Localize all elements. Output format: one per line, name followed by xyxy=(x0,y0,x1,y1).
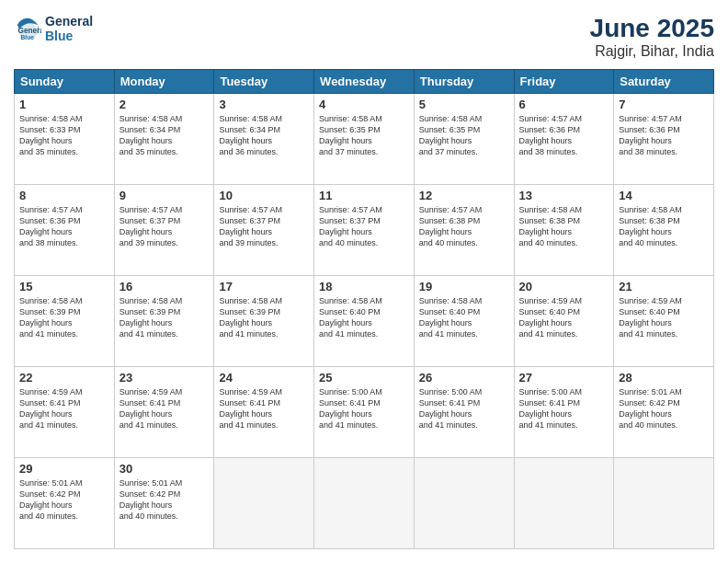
calendar-cell: 9 Sunrise: 4:57 AM Sunset: 6:37 PM Dayli… xyxy=(114,185,214,276)
day-number: 7 xyxy=(619,98,709,111)
calendar-cell: 25 Sunrise: 5:00 AM Sunset: 6:41 PM Dayl… xyxy=(314,367,415,458)
calendar-cell: 30 Sunrise: 5:01 AM Sunset: 6:42 PM Dayl… xyxy=(114,458,214,549)
calendar-cell: 7 Sunrise: 4:57 AM Sunset: 6:36 PM Dayli… xyxy=(614,94,714,185)
day-number: 6 xyxy=(519,98,609,111)
calendar-cell: 20 Sunrise: 4:59 AM Sunset: 6:40 PM Dayl… xyxy=(514,276,614,367)
cell-info: Sunrise: 4:57 AM Sunset: 6:37 PM Dayligh… xyxy=(319,204,409,249)
calendar-cell: 16 Sunrise: 4:58 AM Sunset: 6:39 PM Dayl… xyxy=(114,276,214,367)
day-number: 19 xyxy=(419,280,509,293)
cell-info: Sunrise: 5:01 AM Sunset: 6:42 PM Dayligh… xyxy=(619,386,709,431)
calendar-week-row: 1 Sunrise: 4:58 AM Sunset: 6:33 PM Dayli… xyxy=(15,94,714,185)
day-number: 10 xyxy=(219,189,309,202)
day-number: 9 xyxy=(119,189,210,202)
title-block: June 2025 Rajgir, Bihar, India xyxy=(590,14,714,60)
day-number: 13 xyxy=(519,189,609,202)
cell-info: Sunrise: 5:01 AM Sunset: 6:42 PM Dayligh… xyxy=(119,477,210,523)
calendar-cell: 22 Sunrise: 4:59 AM Sunset: 6:41 PM Dayl… xyxy=(15,367,115,458)
calendar-cell: 2 Sunrise: 4:58 AM Sunset: 6:34 PM Dayli… xyxy=(114,94,214,185)
cell-info: Sunrise: 4:58 AM Sunset: 6:35 PM Dayligh… xyxy=(319,113,409,158)
calendar-cell: 13 Sunrise: 4:58 AM Sunset: 6:38 PM Dayl… xyxy=(514,185,614,276)
day-number: 5 xyxy=(419,98,509,111)
calendar-cell xyxy=(414,458,514,549)
day-number: 1 xyxy=(19,98,109,111)
day-number: 14 xyxy=(619,189,709,202)
calendar-cell: 15 Sunrise: 4:58 AM Sunset: 6:39 PM Dayl… xyxy=(15,276,115,367)
calendar-cell: 27 Sunrise: 5:00 AM Sunset: 6:41 PM Dayl… xyxy=(514,367,614,458)
cell-info: Sunrise: 4:58 AM Sunset: 6:34 PM Dayligh… xyxy=(219,113,309,158)
calendar-cell: 24 Sunrise: 4:59 AM Sunset: 6:41 PM Dayl… xyxy=(214,367,314,458)
cell-info: Sunrise: 4:58 AM Sunset: 6:39 PM Dayligh… xyxy=(219,295,309,340)
cell-info: Sunrise: 4:57 AM Sunset: 6:36 PM Dayligh… xyxy=(619,113,709,158)
calendar-week-row: 22 Sunrise: 4:59 AM Sunset: 6:41 PM Dayl… xyxy=(15,367,714,458)
cell-info: Sunrise: 5:00 AM Sunset: 6:41 PM Dayligh… xyxy=(419,386,509,431)
calendar-cell: 18 Sunrise: 4:58 AM Sunset: 6:40 PM Dayl… xyxy=(314,276,415,367)
calendar-cell: 5 Sunrise: 4:58 AM Sunset: 6:35 PM Dayli… xyxy=(414,94,514,185)
day-number: 18 xyxy=(319,280,409,293)
cell-info: Sunrise: 4:58 AM Sunset: 6:40 PM Dayligh… xyxy=(419,295,509,340)
calendar-cell xyxy=(214,458,314,549)
calendar-cell: 1 Sunrise: 4:58 AM Sunset: 6:33 PM Dayli… xyxy=(15,94,115,185)
day-number: 20 xyxy=(519,280,609,293)
logo-blue: Blue xyxy=(45,29,93,43)
calendar-cell: 17 Sunrise: 4:58 AM Sunset: 6:39 PM Dayl… xyxy=(214,276,314,367)
day-number: 21 xyxy=(619,280,709,293)
day-number: 23 xyxy=(119,371,210,385)
cell-info: Sunrise: 4:57 AM Sunset: 6:37 PM Dayligh… xyxy=(219,204,309,249)
header-friday: Friday xyxy=(514,70,614,94)
cell-info: Sunrise: 4:58 AM Sunset: 6:33 PM Dayligh… xyxy=(19,113,109,158)
header-monday: Monday xyxy=(114,70,214,94)
cell-info: Sunrise: 4:59 AM Sunset: 6:41 PM Dayligh… xyxy=(119,386,210,431)
day-number: 26 xyxy=(419,371,509,385)
logo-general: General xyxy=(45,14,93,29)
day-number: 16 xyxy=(119,280,210,293)
calendar-cell: 14 Sunrise: 4:58 AM Sunset: 6:38 PM Dayl… xyxy=(614,185,714,276)
cell-info: Sunrise: 4:57 AM Sunset: 6:37 PM Dayligh… xyxy=(119,204,210,249)
cell-info: Sunrise: 4:58 AM Sunset: 6:39 PM Dayligh… xyxy=(119,295,210,340)
calendar-title: June 2025 xyxy=(590,14,714,43)
calendar-cell: 10 Sunrise: 4:57 AM Sunset: 6:37 PM Dayl… xyxy=(214,185,314,276)
header-wednesday: Wednesday xyxy=(314,70,415,94)
day-number: 22 xyxy=(19,371,109,385)
day-number: 24 xyxy=(219,371,309,385)
calendar-cell xyxy=(314,458,415,549)
cell-info: Sunrise: 4:57 AM Sunset: 6:36 PM Dayligh… xyxy=(19,204,109,249)
header-tuesday: Tuesday xyxy=(214,70,314,94)
cell-info: Sunrise: 5:00 AM Sunset: 6:41 PM Dayligh… xyxy=(319,386,409,431)
day-number: 15 xyxy=(19,280,109,293)
cell-info: Sunrise: 4:57 AM Sunset: 6:36 PM Dayligh… xyxy=(519,113,609,158)
day-number: 12 xyxy=(419,189,509,202)
cell-info: Sunrise: 4:58 AM Sunset: 6:40 PM Dayligh… xyxy=(319,295,409,340)
calendar-cell: 11 Sunrise: 4:57 AM Sunset: 6:37 PM Dayl… xyxy=(314,185,415,276)
cell-info: Sunrise: 4:59 AM Sunset: 6:41 PM Dayligh… xyxy=(19,386,109,431)
cell-info: Sunrise: 4:58 AM Sunset: 6:34 PM Dayligh… xyxy=(119,113,210,158)
day-number: 25 xyxy=(319,371,409,385)
header-thursday: Thursday xyxy=(414,70,514,94)
day-number: 29 xyxy=(19,462,109,476)
calendar-cell xyxy=(514,458,614,549)
calendar-cell: 19 Sunrise: 4:58 AM Sunset: 6:40 PM Dayl… xyxy=(414,276,514,367)
calendar-cell: 26 Sunrise: 5:00 AM Sunset: 6:41 PM Dayl… xyxy=(414,367,514,458)
day-number: 17 xyxy=(219,280,309,293)
svg-text:General: General xyxy=(18,27,42,35)
header-sunday: Sunday xyxy=(15,70,115,94)
page: General Blue General Blue June 2025 Rajg… xyxy=(0,0,728,563)
calendar-cell: 23 Sunrise: 4:59 AM Sunset: 6:41 PM Dayl… xyxy=(114,367,214,458)
header-saturday: Saturday xyxy=(614,70,714,94)
calendar-cell: 21 Sunrise: 4:59 AM Sunset: 6:40 PM Dayl… xyxy=(614,276,714,367)
day-number: 2 xyxy=(119,98,210,111)
calendar-cell: 8 Sunrise: 4:57 AM Sunset: 6:36 PM Dayli… xyxy=(15,185,115,276)
cell-info: Sunrise: 5:00 AM Sunset: 6:41 PM Dayligh… xyxy=(519,386,609,431)
calendar-subtitle: Rajgir, Bihar, India xyxy=(590,43,714,60)
cell-info: Sunrise: 4:58 AM Sunset: 6:39 PM Dayligh… xyxy=(19,295,109,340)
day-number: 4 xyxy=(319,98,409,111)
cell-info: Sunrise: 4:58 AM Sunset: 6:38 PM Dayligh… xyxy=(519,204,609,249)
cell-info: Sunrise: 4:59 AM Sunset: 6:40 PM Dayligh… xyxy=(619,295,709,340)
logo-icon: General Blue xyxy=(14,15,41,42)
cell-info: Sunrise: 5:01 AM Sunset: 6:42 PM Dayligh… xyxy=(19,477,109,523)
calendar-cell: 6 Sunrise: 4:57 AM Sunset: 6:36 PM Dayli… xyxy=(514,94,614,185)
day-number: 11 xyxy=(319,189,409,202)
logo: General Blue General Blue xyxy=(14,14,93,43)
calendar-cell: 4 Sunrise: 4:58 AM Sunset: 6:35 PM Dayli… xyxy=(314,94,415,185)
weekday-header-row: Sunday Monday Tuesday Wednesday Thursday… xyxy=(15,70,714,94)
calendar-cell: 28 Sunrise: 5:01 AM Sunset: 6:42 PM Dayl… xyxy=(614,367,714,458)
